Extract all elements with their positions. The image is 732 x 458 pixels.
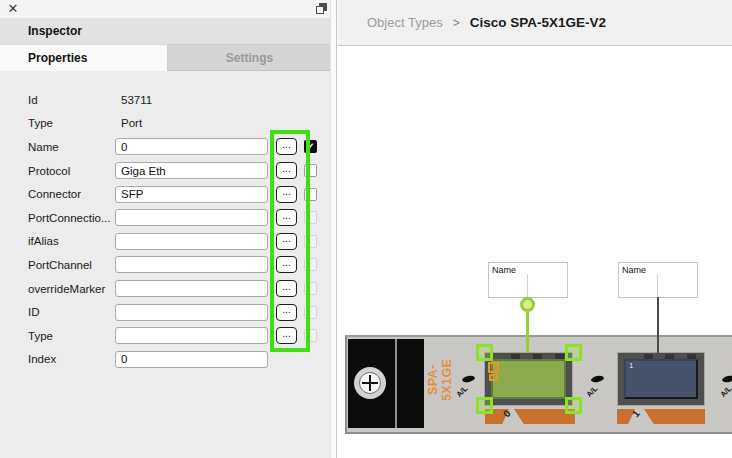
breadcrumb-current: Cisco SPA-5X1GE-V2 [470, 15, 606, 30]
field-value: Port [115, 117, 142, 129]
property-row: PortChannel ... [0, 253, 331, 277]
property-row: Index [0, 348, 331, 372]
field-input[interactable] [115, 233, 268, 250]
selection-handle-bottom-left[interactable] [476, 397, 493, 414]
field-input[interactable] [115, 351, 268, 368]
field-input[interactable] [115, 138, 268, 155]
ellipsis-button[interactable]: ... [276, 327, 297, 344]
property-row: ifAlias ... [0, 230, 331, 254]
inspector-panel: ✕ Inspector Properties Settings Id 53711 [0, 0, 337, 458]
breadcrumb-separator-icon: > [453, 16, 460, 30]
property-row: Id 53711 [0, 88, 331, 112]
checkbox[interactable] [304, 211, 317, 224]
tab-properties-label: Properties [28, 51, 87, 65]
property-fields: Id 53711 Type Port Name ... ✓ Protocol .… [0, 88, 331, 371]
field-label: Protocol [28, 165, 115, 177]
close-icon[interactable]: ✕ [5, 1, 21, 17]
field-label: Type [28, 117, 115, 129]
tab-bar: Properties Settings [0, 44, 331, 71]
field-label: overrideMarker [28, 283, 115, 295]
check-icon: ✓ [306, 141, 314, 152]
orange-strip [644, 409, 705, 424]
ellipsis-button[interactable]: ... [276, 162, 297, 179]
scrollbar-track[interactable] [330, 0, 336, 458]
connector-anchor-handle[interactable] [520, 297, 535, 312]
sfp-port-1-inner: 1 [624, 359, 698, 399]
float-window-icon[interactable] [316, 3, 328, 15]
field-value: 53711 [115, 94, 152, 106]
checkbox[interactable] [304, 306, 317, 319]
selection-handle-top-left[interactable] [476, 344, 493, 361]
property-row: Type ... [0, 324, 331, 348]
field-label: PortConnectio... [28, 212, 115, 224]
sfp-port-0-inner [491, 359, 566, 399]
design-canvas[interactable]: SPA-5X1GE 1 A/L A/L A/L [337, 46, 732, 458]
field-input[interactable] [115, 209, 268, 226]
port-1-number: 1 [629, 361, 633, 370]
ellipsis-button[interactable]: ... [276, 209, 297, 226]
field-input[interactable] [115, 256, 268, 273]
panel-title: Inspector [28, 24, 82, 38]
property-row: Name ... ✓ [0, 135, 331, 159]
ellipsis-button[interactable]: ... [276, 233, 297, 250]
port-marker [489, 374, 498, 381]
selection-handle-bottom-right[interactable] [565, 397, 582, 414]
sfp-port-1[interactable]: 1 [617, 352, 705, 406]
field-input[interactable] [115, 280, 268, 297]
field-label: Id [28, 94, 115, 106]
checkbox[interactable] [304, 164, 317, 177]
field-label: ifAlias [28, 235, 115, 247]
tab-settings[interactable]: Settings [168, 44, 331, 71]
connector-line [657, 297, 659, 353]
property-row: ID ... [0, 300, 331, 324]
property-row: Protocol ... [0, 159, 331, 183]
field-label: Name [28, 141, 115, 153]
canvas-header: Object Types > Cisco SPA-5X1GE-V2 [338, 0, 732, 46]
field-input[interactable] [115, 327, 268, 344]
faceplate-divider [395, 339, 397, 428]
property-row: Connector ... [0, 182, 331, 206]
checkbox[interactable] [304, 258, 317, 271]
ellipsis-button[interactable]: ... [276, 256, 297, 273]
name-label-box-0[interactable]: Name [488, 262, 568, 298]
application-window: ✕ Inspector Properties Settings Id 53711 [0, 0, 732, 458]
field-input[interactable] [115, 162, 268, 179]
panel-header: Inspector [0, 18, 336, 44]
checkbox[interactable] [304, 235, 317, 248]
field-label: Type [28, 330, 115, 342]
device-model-label: SPA-5X1GE [426, 345, 442, 415]
field-label: Connector [28, 188, 115, 200]
panel-titlebar: ✕ [0, 0, 336, 18]
port-marker [488, 362, 499, 373]
field-label: PortChannel [28, 259, 115, 271]
checkbox[interactable]: ✓ [304, 140, 317, 153]
ellipsis-button[interactable]: ... [276, 186, 297, 203]
property-row: overrideMarker ... [0, 277, 331, 301]
field-label: ID [28, 306, 115, 318]
property-row: PortConnectio... ... [0, 206, 331, 230]
breadcrumb: Object Types > Cisco SPA-5X1GE-V2 [367, 15, 606, 30]
ellipsis-button[interactable]: ... [276, 304, 297, 321]
checkbox[interactable] [304, 329, 317, 342]
ellipsis-button[interactable]: ... [276, 138, 297, 155]
property-row: Type Port [0, 112, 331, 136]
selected-connector-line [526, 312, 529, 353]
float-icon-front [316, 6, 324, 14]
checkbox[interactable] [304, 188, 317, 201]
breadcrumb-parent[interactable]: Object Types [367, 15, 443, 30]
field-input[interactable] [115, 304, 268, 321]
selection-handle-top-right[interactable] [565, 344, 582, 361]
name-label-box-1[interactable]: Name [618, 262, 698, 298]
screw-cross-v [369, 375, 372, 391]
label-connector-line [527, 274, 528, 298]
tab-properties[interactable]: Properties [0, 44, 168, 71]
ellipsis-button[interactable]: ... [276, 280, 297, 297]
field-input[interactable] [115, 186, 268, 203]
label-connector-line [657, 274, 658, 298]
tab-settings-label: Settings [226, 51, 273, 65]
field-label: Index [28, 353, 115, 365]
checkbox[interactable] [304, 282, 317, 295]
